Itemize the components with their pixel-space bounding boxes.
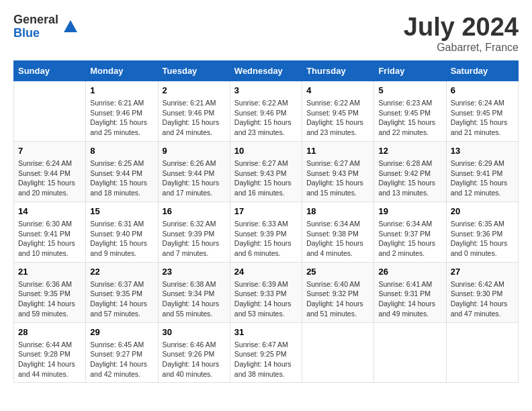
day-number: 13 (451, 145, 514, 157)
day-number: 9 (163, 145, 226, 157)
calendar-cell: 22Sunrise: 6:37 AMSunset: 9:35 PMDayligh… (86, 262, 158, 322)
day-info: Sunrise: 6:26 AMSunset: 9:44 PMDaylight:… (163, 158, 226, 198)
day-info: Sunrise: 6:23 AMSunset: 9:45 PMDaylight:… (378, 98, 441, 138)
day-info: Sunrise: 6:33 AMSunset: 9:39 PMDaylight:… (234, 219, 298, 259)
day-info: Sunrise: 6:29 AMSunset: 9:41 PMDaylight:… (451, 158, 514, 198)
calendar-cell: 19Sunrise: 6:34 AMSunset: 9:37 PMDayligh… (374, 201, 446, 262)
header-row: SundayMondayTuesdayWednesdayThursdayFrid… (14, 60, 519, 81)
day-number: 31 (234, 326, 298, 338)
day-info: Sunrise: 6:22 AMSunset: 9:46 PMDaylight:… (234, 98, 298, 138)
day-number: 26 (378, 266, 441, 278)
week-row-4: 28Sunrise: 6:44 AMSunset: 9:28 PMDayligh… (14, 322, 519, 383)
calendar-cell: 27Sunrise: 6:42 AMSunset: 9:30 PMDayligh… (446, 262, 518, 322)
calendar-cell: 10Sunrise: 6:27 AMSunset: 9:43 PMDayligh… (230, 141, 302, 201)
logo: General Blue (13, 13, 80, 40)
day-info: Sunrise: 6:31 AMSunset: 9:40 PMDaylight:… (90, 219, 153, 259)
calendar-cell: 25Sunrise: 6:40 AMSunset: 9:32 PMDayligh… (302, 262, 374, 322)
calendar-cell: 6Sunrise: 6:24 AMSunset: 9:45 PMDaylight… (446, 81, 518, 141)
calendar-cell: 31Sunrise: 6:47 AMSunset: 9:25 PMDayligh… (230, 322, 302, 383)
day-info: Sunrise: 6:36 AMSunset: 9:35 PMDaylight:… (18, 279, 81, 319)
svg-marker-0 (64, 20, 77, 32)
day-info: Sunrise: 6:46 AMSunset: 9:26 PMDaylight:… (163, 340, 226, 379)
calendar-cell: 8Sunrise: 6:25 AMSunset: 9:44 PMDaylight… (86, 141, 158, 201)
calendar-cell: 1Sunrise: 6:21 AMSunset: 9:46 PMDaylight… (86, 81, 158, 141)
calendar-body: 1Sunrise: 6:21 AMSunset: 9:46 PMDaylight… (14, 81, 519, 383)
week-row-1: 7Sunrise: 6:24 AMSunset: 9:44 PMDaylight… (14, 141, 519, 201)
day-info: Sunrise: 6:45 AMSunset: 9:27 PMDaylight:… (90, 340, 153, 379)
day-info: Sunrise: 6:38 AMSunset: 9:34 PMDaylight:… (163, 279, 226, 319)
day-number: 2 (163, 85, 226, 97)
day-info: Sunrise: 6:30 AMSunset: 9:41 PMDaylight:… (18, 219, 81, 259)
day-info: Sunrise: 6:21 AMSunset: 9:46 PMDaylight:… (163, 98, 226, 138)
calendar-cell: 18Sunrise: 6:34 AMSunset: 9:38 PMDayligh… (302, 201, 374, 262)
calendar-cell: 2Sunrise: 6:21 AMSunset: 9:46 PMDaylight… (158, 81, 230, 141)
day-number: 5 (378, 85, 441, 97)
day-info: Sunrise: 6:24 AMSunset: 9:44 PMDaylight:… (18, 158, 81, 198)
day-info: Sunrise: 6:44 AMSunset: 9:28 PMDaylight:… (18, 340, 81, 379)
calendar-cell: 29Sunrise: 6:45 AMSunset: 9:27 PMDayligh… (86, 322, 158, 383)
day-number: 17 (234, 205, 298, 218)
calendar-cell (14, 81, 86, 141)
day-number: 3 (234, 85, 298, 97)
day-info: Sunrise: 6:35 AMSunset: 9:36 PMDaylight:… (451, 219, 514, 259)
day-info: Sunrise: 6:37 AMSunset: 9:35 PMDaylight:… (90, 279, 153, 319)
day-info: Sunrise: 6:32 AMSunset: 9:39 PMDaylight:… (163, 219, 226, 259)
day-number: 16 (163, 205, 226, 218)
calendar-cell: 28Sunrise: 6:44 AMSunset: 9:28 PMDayligh… (14, 322, 86, 383)
day-number: 1 (90, 85, 153, 97)
calendar-cell: 14Sunrise: 6:30 AMSunset: 9:41 PMDayligh… (14, 201, 86, 262)
header-cell-thursday: Thursday (302, 60, 374, 81)
calendar-cell: 5Sunrise: 6:23 AMSunset: 9:45 PMDaylight… (374, 81, 446, 141)
day-number: 19 (378, 205, 441, 218)
day-info: Sunrise: 6:25 AMSunset: 9:44 PMDaylight:… (90, 158, 153, 198)
day-number: 11 (306, 145, 369, 157)
day-number: 15 (90, 205, 153, 218)
day-number: 7 (18, 145, 81, 157)
week-row-2: 14Sunrise: 6:30 AMSunset: 9:41 PMDayligh… (14, 201, 519, 262)
day-number: 21 (18, 266, 81, 278)
day-number: 25 (306, 266, 369, 278)
logo-icon (61, 17, 80, 36)
day-info: Sunrise: 6:41 AMSunset: 9:31 PMDaylight:… (378, 279, 441, 319)
calendar-table: SundayMondayTuesdayWednesdayThursdayFrid… (13, 60, 519, 383)
day-info: Sunrise: 6:34 AMSunset: 9:37 PMDaylight:… (378, 219, 441, 259)
day-number: 4 (306, 85, 369, 97)
calendar-cell: 7Sunrise: 6:24 AMSunset: 9:44 PMDaylight… (14, 141, 86, 201)
calendar-cell (446, 322, 518, 383)
day-info: Sunrise: 6:34 AMSunset: 9:38 PMDaylight:… (306, 219, 369, 259)
header: General Blue July 2024 Gabarret, France (13, 13, 519, 54)
day-number: 8 (90, 145, 153, 157)
day-info: Sunrise: 6:27 AMSunset: 9:43 PMDaylight:… (306, 158, 369, 198)
calendar-cell: 20Sunrise: 6:35 AMSunset: 9:36 PMDayligh… (446, 201, 518, 262)
calendar-cell: 21Sunrise: 6:36 AMSunset: 9:35 PMDayligh… (14, 262, 86, 322)
day-info: Sunrise: 6:42 AMSunset: 9:30 PMDaylight:… (451, 279, 514, 319)
logo-text: General Blue (13, 13, 58, 40)
calendar-cell: 23Sunrise: 6:38 AMSunset: 9:34 PMDayligh… (158, 262, 230, 322)
calendar-cell: 16Sunrise: 6:32 AMSunset: 9:39 PMDayligh… (158, 201, 230, 262)
day-number: 28 (18, 326, 81, 338)
week-row-0: 1Sunrise: 6:21 AMSunset: 9:46 PMDaylight… (14, 81, 519, 141)
day-number: 18 (306, 205, 369, 218)
calendar-cell: 26Sunrise: 6:41 AMSunset: 9:31 PMDayligh… (374, 262, 446, 322)
header-cell-sunday: Sunday (14, 60, 86, 81)
day-number: 22 (90, 266, 153, 278)
day-number: 27 (451, 266, 514, 278)
day-number: 23 (163, 266, 226, 278)
day-info: Sunrise: 6:28 AMSunset: 9:42 PMDaylight:… (378, 158, 441, 198)
logo-general: General (13, 13, 58, 27)
day-number: 12 (378, 145, 441, 157)
calendar-cell: 3Sunrise: 6:22 AMSunset: 9:46 PMDaylight… (230, 81, 302, 141)
day-number: 24 (234, 266, 298, 278)
title-area: July 2024 Gabarret, France (404, 13, 519, 54)
location-title: Gabarret, France (404, 42, 519, 54)
week-row-3: 21Sunrise: 6:36 AMSunset: 9:35 PMDayligh… (14, 262, 519, 322)
calendar-cell: 13Sunrise: 6:29 AMSunset: 9:41 PMDayligh… (446, 141, 518, 201)
calendar-cell: 15Sunrise: 6:31 AMSunset: 9:40 PMDayligh… (86, 201, 158, 262)
calendar-cell (302, 322, 374, 383)
calendar-cell (374, 322, 446, 383)
calendar-cell: 12Sunrise: 6:28 AMSunset: 9:42 PMDayligh… (374, 141, 446, 201)
day-number: 6 (451, 85, 514, 97)
header-cell-friday: Friday (374, 60, 446, 81)
day-number: 29 (90, 326, 153, 338)
calendar-cell: 11Sunrise: 6:27 AMSunset: 9:43 PMDayligh… (302, 141, 374, 201)
